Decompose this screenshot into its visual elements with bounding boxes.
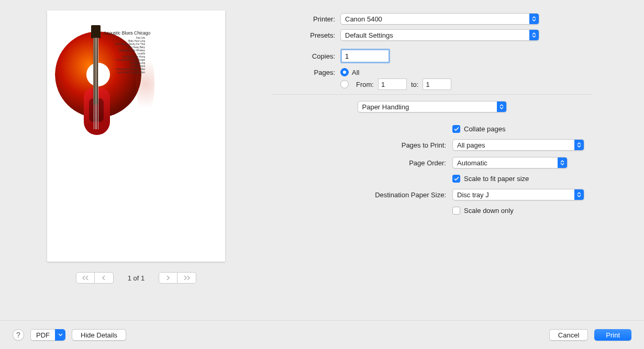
pdf-label: PDF [30, 329, 55, 341]
section-row: Paper Handling [272, 101, 592, 112]
scale-fit-row: Scale to fit paper size [272, 175, 592, 183]
printer-label: Printer: [272, 15, 335, 23]
presets-select[interactable]: Default Settings [340, 29, 539, 41]
pages-from-radio[interactable] [340, 80, 349, 88]
pager-label: 1 of 1 [121, 274, 151, 282]
pages-from-label: From: [356, 81, 374, 88]
album-title: Acoustic Blues Chicago [104, 30, 150, 36]
chevron-left-icon [102, 275, 106, 280]
page-order-select[interactable]: Automatic [452, 157, 568, 168]
pager-fwd-group [159, 272, 196, 284]
scale-down-label: Scale down only [464, 207, 514, 215]
cancel-button[interactable]: Cancel [549, 329, 588, 341]
copies-row: Copies: [272, 49, 592, 63]
track-list: Fast LifeBaby How LongDon't Blame Shorty… [106, 37, 145, 74]
pages-to-input[interactable] [423, 78, 451, 90]
pager-prev-button[interactable] [95, 272, 114, 284]
pages-to-label: to: [411, 81, 418, 88]
pdf-dropdown-button[interactable]: PDF [30, 329, 65, 341]
track-item: Looks Like It's Gonna Rain [106, 71, 145, 74]
section-value: Paper Handling [358, 103, 497, 111]
section-select[interactable]: Paper Handling [358, 101, 507, 112]
hide-details-button[interactable]: Hide Details [72, 329, 126, 341]
dest-paper-row: Destination Paper Size: Disc tray J [272, 189, 592, 200]
scale-fit-label: Scale to fit paper size [464, 175, 529, 183]
collate-row: Collate pages [272, 125, 592, 133]
pages-row: Pages: All [272, 68, 592, 76]
select-arrows-icon [574, 140, 584, 150]
paper-handling-options: Collate pages Pages to Print: All pages … [272, 125, 592, 215]
double-chevron-left-icon [82, 275, 88, 280]
printer-value: Canon 5400 [341, 15, 529, 23]
print-preview: Acoustic Blues Chicago Fast LifeBaby How… [47, 10, 225, 262]
preview-pager: 1 of 1 [76, 272, 197, 284]
page-order-row: Page Order: Automatic [272, 157, 592, 168]
scale-down-row: Scale down only [272, 207, 592, 215]
pager-last-button[interactable] [177, 272, 196, 284]
pages-all-radio[interactable] [340, 68, 349, 76]
divider [272, 94, 592, 95]
collate-label: Collate pages [464, 125, 506, 133]
pages-to-print-label: Pages to Print: [272, 141, 446, 149]
copies-input[interactable] [340, 49, 390, 63]
pages-from-row: From: to: [340, 78, 592, 90]
help-icon: ? [16, 331, 20, 339]
chevron-right-icon [166, 275, 170, 280]
presets-value: Default Settings [341, 31, 529, 39]
printer-select[interactable]: Canon 5400 [340, 13, 539, 25]
double-chevron-right-icon [184, 275, 190, 280]
scale-down-checkbox[interactable] [452, 207, 460, 215]
dest-paper-value: Disc tray J [453, 191, 574, 199]
guitar-graphic [84, 26, 107, 136]
dest-paper-select[interactable]: Disc tray J [452, 189, 584, 200]
presets-row: Presets: Default Settings [272, 29, 592, 41]
print-button[interactable]: Print [594, 329, 631, 341]
preview-pane: Acoustic Blues Chicago Fast LifeBaby How… [0, 10, 272, 320]
pager-next-button[interactable] [159, 272, 177, 284]
help-button[interactable]: ? [13, 329, 24, 341]
pages-to-print-value: All pages [453, 141, 574, 149]
select-arrows-icon [558, 157, 567, 168]
dialog-content: Acoustic Blues Chicago Fast LifeBaby How… [0, 0, 644, 320]
pager-back-group [76, 272, 114, 284]
collate-checkbox[interactable] [452, 125, 460, 133]
printer-row: Printer: Canon 5400 [272, 13, 592, 25]
dialog-footer: ? PDF Hide Details Cancel Print [0, 320, 644, 349]
select-arrows-icon [529, 30, 539, 40]
pages-all-label: All [352, 69, 359, 76]
copies-label: Copies: [272, 52, 335, 60]
pages-from-input[interactable] [378, 78, 407, 90]
pages-label: Pages: [272, 69, 335, 76]
print-dialog: Acoustic Blues Chicago Fast LifeBaby How… [0, 0, 644, 349]
select-arrows-icon [529, 14, 539, 24]
settings-pane: Printer: Canon 5400 Presets: Default Set… [272, 10, 644, 320]
scale-fit-checkbox[interactable] [452, 175, 460, 183]
pages-to-print-row: Pages to Print: All pages [272, 139, 592, 151]
page-order-label: Page Order: [272, 159, 446, 167]
dest-paper-label: Destination Paper Size: [272, 191, 446, 199]
select-arrows-icon [497, 102, 506, 112]
chevron-down-icon [55, 329, 65, 341]
pager-first-button[interactable] [76, 272, 95, 284]
presets-label: Presets: [272, 31, 335, 39]
page-order-value: Automatic [453, 159, 558, 167]
select-arrows-icon [574, 189, 584, 200]
pages-to-print-select[interactable]: All pages [452, 139, 584, 151]
